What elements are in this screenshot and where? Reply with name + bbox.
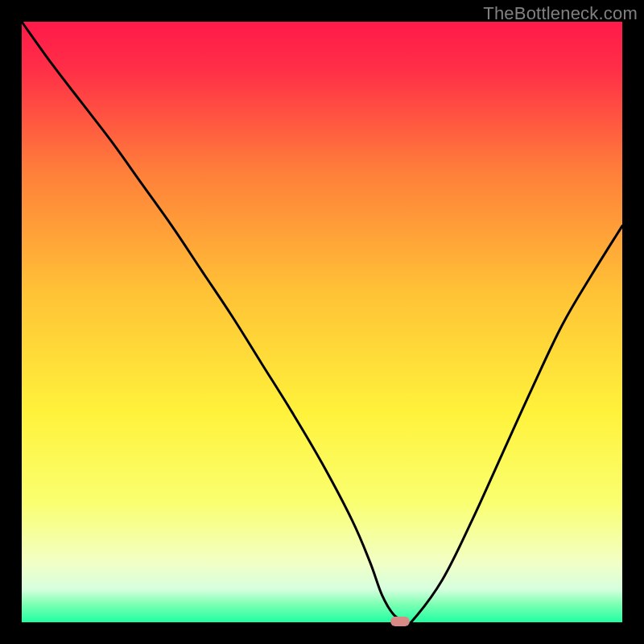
plot-background <box>22 22 622 622</box>
watermark-text: TheBottleneck.com <box>483 3 638 24</box>
chart-container: TheBottleneck.com <box>0 0 644 644</box>
bottleneck-chart <box>0 0 644 644</box>
optimal-point-marker <box>390 617 410 626</box>
